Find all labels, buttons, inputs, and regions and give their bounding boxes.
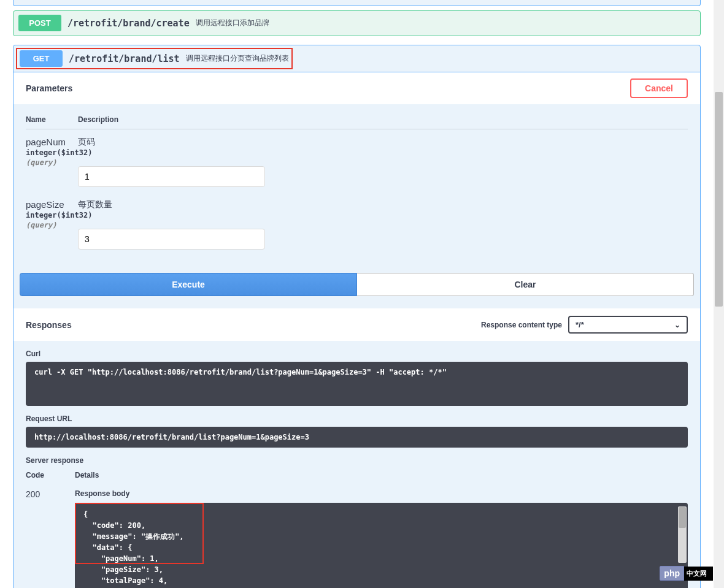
- parameters-title: Parameters: [26, 83, 72, 93]
- chevron-down-icon: ⌄: [674, 321, 680, 329]
- param-desc: 页码: [78, 137, 688, 148]
- col-header-details: Details: [75, 471, 688, 479]
- param-in: (query): [26, 158, 78, 167]
- param-name: pageSize: [26, 199, 78, 210]
- opblock-summary[interactable]: GET /retrofit/brand/list 调用远程接口分页查询品牌列表: [13, 45, 700, 72]
- curl-output: curl -X GET "http://localhost:8086/retro…: [26, 362, 688, 406]
- server-table-head: Code Details: [26, 471, 688, 479]
- watermark-left: php: [660, 566, 684, 581]
- endpoint-path: /retrofit/brand/create: [67, 18, 190, 29]
- opblock-post[interactable]: POST /retrofit/brand/create 调用远程接口添加品牌: [13, 10, 701, 36]
- opblock-summary[interactable]: POST /retrofit/brand/create 调用远程接口添加品牌: [13, 11, 700, 36]
- watermark: php 中文网: [660, 566, 713, 581]
- param-row: pageNum integer($int32) (query) 页码: [26, 129, 688, 192]
- scrollbar-thumb[interactable]: [715, 92, 723, 307]
- endpoint-path: /retrofit/brand/list: [69, 53, 180, 64]
- content-type-select[interactable]: */* ⌄: [568, 316, 688, 334]
- response-body-json: { "code": 200, "message": "操作成功", "data"…: [75, 503, 688, 588]
- request-url-output: http://localhost:8086/retrofit/brand/lis…: [26, 427, 688, 448]
- response-body-label: Response body: [75, 489, 688, 498]
- responses-body: Curl curl -X GET "http://localhost:8086/…: [13, 349, 700, 588]
- method-badge-get: GET: [20, 50, 63, 67]
- param-table-head: Name Description: [26, 110, 688, 129]
- responses-title: Responses: [26, 320, 72, 330]
- param-type: integer($int32): [26, 148, 78, 157]
- highlight-box: GET /retrofit/brand/list 调用远程接口分页查询品牌列表: [16, 48, 293, 69]
- method-badge-post: POST: [18, 15, 61, 31]
- param-type: integer($int32): [26, 211, 78, 220]
- param-desc: 每页数量: [78, 199, 688, 210]
- scrollbar-thumb[interactable]: [679, 507, 686, 528]
- execute-button[interactable]: Execute: [20, 273, 357, 296]
- page-scrollbar[interactable]: [714, 0, 724, 588]
- col-header-name: Name: [26, 115, 78, 124]
- watermark-right: 中文网: [684, 567, 713, 581]
- scrollbar[interactable]: [678, 506, 687, 563]
- cancel-button[interactable]: Cancel: [630, 78, 688, 98]
- endpoint-desc: 调用远程接口分页查询品牌列表: [186, 53, 289, 64]
- response-code: 200: [26, 489, 75, 499]
- col-header-description: Description: [78, 115, 688, 124]
- parameters-table: Name Description pageNum integer($int32)…: [13, 104, 700, 273]
- responses-header: Responses Response content type */* ⌄: [13, 308, 700, 341]
- param-input-pagesize[interactable]: [78, 229, 265, 250]
- parameters-header: Parameters Cancel: [13, 72, 700, 104]
- execute-row: Execute Clear: [13, 273, 700, 308]
- param-in: (query): [26, 221, 78, 229]
- curl-label: Curl: [26, 349, 688, 358]
- col-header-code: Code: [26, 471, 75, 479]
- param-row: pageSize integer($int32) (query) 每页数量: [26, 192, 688, 254]
- server-data-row: 200 Response body { "code": 200, "messag…: [26, 489, 688, 588]
- request-url-label: Request URL: [26, 414, 688, 423]
- endpoint-desc: 调用远程接口添加品牌: [196, 18, 269, 28]
- param-name: pageNum: [26, 137, 78, 147]
- content-type-label: Response content type: [481, 321, 562, 329]
- content-type-wrap: Response content type */* ⌄: [481, 316, 688, 334]
- content-type-value: */*: [576, 320, 584, 329]
- opblock-get: GET /retrofit/brand/list 调用远程接口分页查询品牌列表 …: [13, 45, 701, 588]
- server-response-label: Server response: [26, 456, 688, 465]
- param-input-pagenum[interactable]: [78, 166, 265, 187]
- clear-button[interactable]: Clear: [357, 273, 694, 296]
- prev-opblock-fragment: [13, 0, 701, 6]
